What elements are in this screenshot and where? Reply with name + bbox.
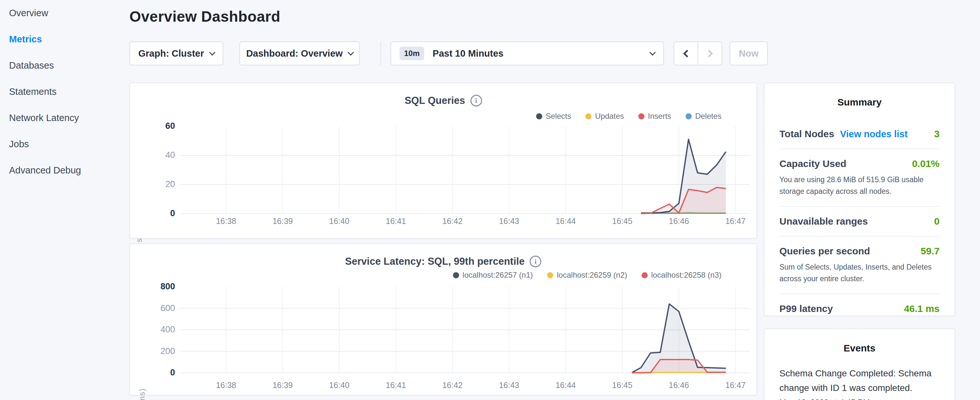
legend-dot-icon	[585, 113, 592, 120]
chevron-down-icon	[347, 49, 354, 56]
chevron-left-icon	[683, 49, 691, 57]
app-root: Overview Metrics Databases Statements Ne…	[0, 0, 980, 400]
x-axis-tick: 16:44	[548, 217, 583, 226]
summary-label: Unavailable ranges	[780, 216, 868, 227]
chart-legend: SelectsUpdatesInsertsDeletes	[536, 112, 722, 121]
events-title: Events	[780, 343, 940, 354]
sidebar-item-overview[interactable]: Overview	[0, 0, 129, 26]
legend-label: Deletes	[695, 112, 721, 121]
legend-label: localhost:26259 (n2)	[557, 271, 627, 280]
time-range-label: Past 10 Minutes	[433, 48, 650, 59]
info-icon[interactable]: i	[471, 95, 482, 107]
page-title: Overview Dashboard	[129, 8, 280, 25]
x-axis-tick: 16:45	[605, 381, 640, 390]
summary-row-unavailable-ranges: Unavailable ranges 0	[780, 206, 940, 236]
chevron-right-icon	[705, 49, 713, 57]
chart-title: Service Latency: SQL, 99th percentile	[345, 256, 525, 267]
legend-item[interactable]: Selects	[536, 112, 571, 121]
summary-panel: Summary Total Nodes View nodes list 3 Ca…	[764, 83, 955, 316]
y-axis-label: latency (ms)	[137, 388, 146, 400]
sidebar-item-metrics[interactable]: Metrics	[0, 26, 129, 53]
legend-label: Updates	[595, 112, 624, 121]
y-axis-tick: 20	[140, 179, 175, 189]
x-axis-tick: 16:40	[321, 381, 357, 390]
x-axis-tick: 16:38	[208, 381, 244, 390]
time-step-buttons	[674, 41, 722, 65]
summary-value: 3	[934, 129, 940, 139]
events-panel: Events Schema Change Completed: Schema c…	[764, 328, 955, 400]
summary-label: Queries per second	[780, 245, 870, 257]
sidebar-item-advanced-debug[interactable]: Advanced Debug	[0, 157, 129, 183]
now-button-label: Now	[739, 48, 758, 59]
legend-item[interactable]: localhost:26258 (n3)	[641, 271, 721, 280]
event-timestamp: May 13, 2020 at 4:45 PM	[780, 398, 940, 400]
chart-header: Service Latency: SQL, 99th percentile i	[130, 256, 756, 267]
legend-dot-icon	[547, 272, 553, 278]
legend-dot-icon	[453, 272, 459, 278]
x-axis-tick: 16:43	[491, 381, 527, 390]
view-nodes-list-link[interactable]: View nodes list	[840, 129, 908, 139]
summary-label: P99 latency	[780, 303, 833, 314]
time-range-dropdown[interactable]: 10m Past 10 Minutes	[390, 41, 664, 65]
summary-row-total-nodes: Total Nodes View nodes list 3	[780, 120, 940, 148]
y-axis-tick: 0	[140, 368, 175, 378]
x-axis-tick: 16:40	[321, 217, 357, 226]
sidebar-item-statements[interactable]: Statements	[0, 79, 129, 105]
sql-queries-chart-card: SQL Queries i SelectsUpdatesInsertsDelet…	[129, 83, 757, 239]
y-axis-tick: 600	[140, 303, 175, 313]
summary-row-queries-per-second: Queries per second 59.7 Sum of Selects, …	[780, 236, 940, 293]
x-axis-tick: 16:46	[661, 217, 697, 226]
sidebar-item-databases[interactable]: Databases	[0, 53, 129, 79]
summary-description: You are using 28.6 MiB of 515.9 GiB usab…	[780, 174, 940, 197]
legend-dot-icon	[536, 113, 542, 120]
x-axis-tick: 16:46	[661, 381, 697, 390]
summary-row-capacity-used: Capacity Used 0.01% You are using 28.6 M…	[780, 148, 940, 206]
legend-item[interactable]: Updates	[585, 112, 624, 121]
chart-title: SQL Queries	[404, 95, 465, 107]
legend-label: Selects	[546, 112, 571, 121]
now-button[interactable]: Now	[730, 41, 768, 65]
x-axis-tick: 16:45	[605, 217, 640, 226]
event-item[interactable]: Schema Change Completed: Schema change w…	[780, 366, 940, 395]
legend-label: localhost:26257 (n1)	[463, 271, 533, 280]
chart-header: SQL Queries i	[130, 95, 756, 107]
x-axis-tick: 16:44	[548, 381, 583, 390]
chevron-down-icon	[649, 49, 656, 56]
y-axis-tick: 400	[140, 325, 175, 335]
y-axis-tick: 0	[140, 209, 175, 218]
sidebar-item-jobs[interactable]: Jobs	[0, 131, 129, 157]
summary-value: 46.1 ms	[904, 303, 940, 314]
summary-value: 0.01%	[912, 158, 940, 169]
summary-title: Summary	[780, 97, 940, 108]
x-axis-tick: 16:47	[718, 381, 753, 390]
graph-dropdown-label: Graph: Cluster	[138, 48, 204, 59]
y-axis-tick: 200	[140, 346, 175, 356]
summary-value: 59.7	[921, 245, 940, 257]
graph-dropdown[interactable]: Graph: Cluster	[129, 41, 223, 65]
info-icon[interactable]: i	[530, 256, 541, 267]
x-axis-tick: 16:41	[378, 217, 414, 226]
summary-value: 0	[934, 216, 940, 227]
time-forward-button[interactable]	[698, 42, 721, 65]
time-back-button[interactable]	[674, 42, 698, 65]
y-axis-tick: 800	[140, 282, 175, 292]
y-axis-tick: 60	[140, 121, 175, 131]
x-axis-tick: 16:47	[718, 217, 753, 226]
service-latency-chart-card: Service Latency: SQL, 99th percentile i …	[129, 243, 757, 395]
legend-item[interactable]: Deletes	[686, 112, 721, 121]
legend-dot-icon	[638, 113, 644, 120]
legend-label: Inserts	[648, 112, 671, 121]
summary-label: Capacity Used	[780, 158, 846, 169]
legend-item[interactable]: localhost:26259 (n2)	[547, 271, 627, 280]
dashboard-dropdown-label: Dashboard: Overview	[246, 48, 343, 59]
legend-item[interactable]: Inserts	[638, 112, 671, 121]
time-range-badge: 10m	[399, 46, 424, 60]
chart-plot-area	[180, 120, 749, 217]
dashboard-dropdown[interactable]: Dashboard: Overview	[239, 41, 360, 65]
summary-row-p99-latency: P99 latency 46.1 ms	[780, 293, 940, 323]
legend-item[interactable]: localhost:26257 (n1)	[453, 271, 533, 280]
sidebar-item-network-latency[interactable]: Network Latency	[0, 105, 129, 131]
legend-dot-icon	[686, 113, 692, 120]
chevron-down-icon	[209, 49, 215, 56]
x-axis-tick: 16:38	[208, 217, 244, 226]
